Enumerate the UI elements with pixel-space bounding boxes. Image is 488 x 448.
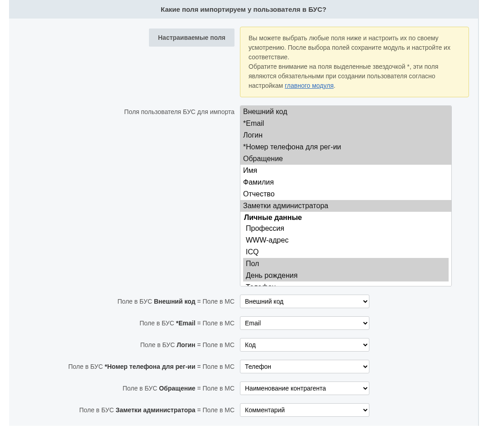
multiselect-option[interactable]: Внешний код: [240, 106, 451, 118]
mapping-row: Поле в БУС *Номер телефона для рег-ии = …: [9, 360, 478, 373]
import-fields-label: Поля пользователя БУС для импорта: [18, 105, 240, 115]
section-title: Какие поля импортируем у пользователя в …: [9, 0, 478, 19]
mapping-label: Поле в БУС Заметки администратора = Поле…: [18, 406, 240, 414]
mapping-select[interactable]: Код: [240, 338, 369, 352]
multiselect-option[interactable]: *Номер телефона для рег-ии: [240, 141, 451, 153]
multiselect-option[interactable]: День рождения: [243, 270, 449, 281]
multiselect-option[interactable]: Логин: [240, 129, 451, 141]
multiselect-option[interactable]: Телефон: [243, 281, 449, 286]
multiselect-option[interactable]: Фамилия: [240, 176, 451, 188]
multiselect-option[interactable]: ICQ: [243, 246, 449, 258]
multiselect-option[interactable]: *Email: [240, 118, 451, 129]
mapping-select[interactable]: Email: [240, 316, 369, 330]
multiselect-option[interactable]: Имя: [240, 165, 451, 176]
mapping-label: Поле в БУС *Номер телефона для рег-ии = …: [18, 363, 240, 370]
info-text-2b: .: [334, 82, 335, 89]
mapping-select[interactable]: Внешний код: [240, 295, 369, 308]
customizable-fields-tag: Настраиваемые поля: [149, 29, 234, 47]
info-text-1: Вы можете выбрать любые поля ниже и наст…: [249, 34, 450, 61]
mapping-row: Поле в БУС Обращение = Поле в МСНаименов…: [9, 381, 478, 395]
multiselect-option[interactable]: Заметки администратора: [240, 200, 451, 212]
mapping-row: Поле в БУС Внешний код = Поле в МСВнешни…: [9, 295, 478, 308]
mapping-row: Поле в БУС *Email = Поле в МСEmail: [9, 316, 478, 330]
multiselect-option[interactable]: Обращение: [240, 153, 451, 165]
mapping-row: Поле в БУС Логин = Поле в МСКод: [9, 338, 478, 352]
multiselect-optgroup: ПрофессияWWW-адресICQПолДень рожденияТел…: [240, 212, 451, 286]
info-text-2a: Обратите внимание на поля выделенные зве…: [249, 63, 438, 89]
mapping-label: Поле в БУС Обращение = Поле в МС: [18, 385, 240, 392]
multiselect-option[interactable]: Отчество: [240, 188, 451, 200]
import-fields-multiselect[interactable]: Внешний код*EmailЛогин*Номер телефона дл…: [240, 105, 452, 286]
mapping-select[interactable]: Наименование контрагента: [240, 381, 369, 395]
mapping-label: Поле в БУС Внешний код = Поле в МС: [18, 298, 240, 305]
multiselect-option[interactable]: Пол: [243, 258, 449, 270]
info-box: Вы можете выбрать любые поля ниже и наст…: [240, 27, 469, 97]
mapping-label: Поле в БУС *Email = Поле в МС: [18, 319, 240, 327]
mapping-select[interactable]: Комментарий: [240, 403, 369, 417]
multiselect-option[interactable]: Профессия: [243, 223, 449, 234]
main-module-link[interactable]: главного модуля: [285, 82, 334, 89]
mapping-row: Поле в БУС Заметки администратора = Поле…: [9, 403, 478, 417]
mapping-label: Поле в БУС Логин = Поле в МС: [18, 341, 240, 348]
multiselect-option[interactable]: WWW-адрес: [243, 234, 449, 246]
mapping-select[interactable]: Телефон: [240, 360, 369, 373]
